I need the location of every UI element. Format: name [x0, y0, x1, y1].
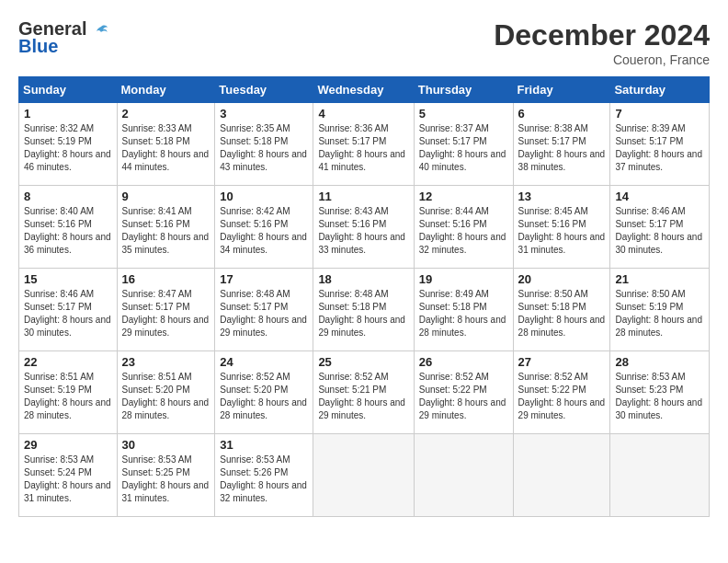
day-number: 17 — [220, 272, 308, 286]
calendar-cell: 21 Sunrise: 8:50 AM Sunset: 5:19 PM Dayl… — [610, 269, 710, 351]
calendar-cell: 15 Sunrise: 8:46 AM Sunset: 5:17 PM Dayl… — [19, 269, 118, 351]
calendar-cell — [414, 434, 513, 517]
day-info: Sunrise: 8:35 AM Sunset: 5:18 PM Dayligh… — [220, 122, 308, 174]
day-number: 29 — [24, 438, 112, 452]
day-info: Sunrise: 8:47 AM Sunset: 5:17 PM Dayligh… — [122, 288, 210, 339]
calendar-cell: 8 Sunrise: 8:40 AM Sunset: 5:16 PM Dayli… — [19, 186, 118, 269]
week-row-5: 29 Sunrise: 8:53 AM Sunset: 5:24 PM Dayl… — [19, 434, 710, 517]
day-info: Sunrise: 8:38 AM Sunset: 5:17 PM Dayligh… — [518, 122, 606, 174]
day-number: 21 — [615, 272, 704, 286]
week-row-2: 8 Sunrise: 8:40 AM Sunset: 5:16 PM Dayli… — [19, 186, 710, 269]
day-info: Sunrise: 8:53 AM Sunset: 5:23 PM Dayligh… — [615, 371, 704, 422]
day-number: 6 — [518, 107, 606, 121]
day-info: Sunrise: 8:46 AM Sunset: 5:17 PM Dayligh… — [24, 288, 112, 339]
day-info: Sunrise: 8:41 AM Sunset: 5:16 PM Dayligh… — [122, 205, 210, 257]
calendar-cell: 11 Sunrise: 8:43 AM Sunset: 5:16 PM Dayl… — [313, 186, 414, 269]
day-info: Sunrise: 8:50 AM Sunset: 5:19 PM Dayligh… — [615, 288, 704, 339]
page-header: General Blue December 2024 Coueron, Fran… — [18, 18, 710, 67]
day-info: Sunrise: 8:53 AM Sunset: 5:24 PM Dayligh… — [24, 454, 112, 505]
calendar-cell — [610, 434, 710, 517]
week-row-3: 15 Sunrise: 8:46 AM Sunset: 5:17 PM Dayl… — [19, 269, 710, 351]
day-info: Sunrise: 8:50 AM Sunset: 5:18 PM Dayligh… — [518, 288, 606, 339]
day-number: 31 — [220, 438, 308, 452]
day-number: 25 — [318, 355, 408, 369]
day-number: 2 — [122, 107, 210, 121]
day-number: 16 — [122, 272, 210, 286]
day-info: Sunrise: 8:36 AM Sunset: 5:17 PM Dayligh… — [318, 122, 408, 174]
day-info: Sunrise: 8:44 AM Sunset: 5:16 PM Dayligh… — [419, 205, 508, 257]
calendar-cell — [513, 434, 610, 517]
day-number: 12 — [419, 190, 508, 203]
calendar-cell: 20 Sunrise: 8:50 AM Sunset: 5:18 PM Dayl… — [513, 269, 610, 351]
day-header-tuesday: Tuesday — [215, 77, 313, 103]
day-info: Sunrise: 8:33 AM Sunset: 5:18 PM Dayligh… — [122, 122, 210, 174]
day-number: 1 — [24, 107, 112, 121]
day-info: Sunrise: 8:42 AM Sunset: 5:16 PM Dayligh… — [220, 205, 308, 257]
day-info: Sunrise: 8:53 AM Sunset: 5:25 PM Dayligh… — [122, 454, 210, 505]
day-number: 22 — [24, 355, 112, 369]
day-info: Sunrise: 8:46 AM Sunset: 5:17 PM Dayligh… — [615, 205, 704, 257]
calendar-cell: 30 Sunrise: 8:53 AM Sunset: 5:25 PM Dayl… — [117, 434, 215, 517]
day-info: Sunrise: 8:52 AM Sunset: 5:21 PM Dayligh… — [318, 371, 408, 422]
calendar-cell: 25 Sunrise: 8:52 AM Sunset: 5:21 PM Dayl… — [313, 351, 414, 434]
day-number: 9 — [122, 190, 210, 203]
day-number: 10 — [220, 190, 308, 203]
day-number: 11 — [318, 190, 408, 203]
day-number: 14 — [615, 190, 704, 203]
calendar-cell: 16 Sunrise: 8:47 AM Sunset: 5:17 PM Dayl… — [117, 269, 215, 351]
day-number: 13 — [518, 190, 606, 203]
calendar-table: SundayMondayTuesdayWednesdayThursdayFrid… — [18, 76, 710, 517]
day-number: 7 — [615, 107, 704, 121]
day-header-friday: Friday — [513, 77, 610, 103]
calendar-cell: 5 Sunrise: 8:37 AM Sunset: 5:17 PM Dayli… — [414, 103, 513, 186]
calendar-cell: 22 Sunrise: 8:51 AM Sunset: 5:19 PM Dayl… — [19, 351, 118, 434]
day-number: 24 — [220, 355, 308, 369]
day-info: Sunrise: 8:52 AM Sunset: 5:22 PM Dayligh… — [419, 371, 508, 422]
calendar-cell: 2 Sunrise: 8:33 AM Sunset: 5:18 PM Dayli… — [117, 103, 215, 186]
day-info: Sunrise: 8:43 AM Sunset: 5:16 PM Dayligh… — [318, 205, 408, 257]
day-header-thursday: Thursday — [414, 77, 513, 103]
calendar-cell — [313, 434, 414, 517]
day-number: 15 — [24, 272, 112, 286]
calendar-cell: 29 Sunrise: 8:53 AM Sunset: 5:24 PM Dayl… — [19, 434, 118, 517]
calendar-body: 1 Sunrise: 8:32 AM Sunset: 5:19 PM Dayli… — [19, 103, 710, 517]
day-info: Sunrise: 8:51 AM Sunset: 5:19 PM Dayligh… — [24, 371, 112, 422]
calendar-cell: 12 Sunrise: 8:44 AM Sunset: 5:16 PM Dayl… — [414, 186, 513, 269]
day-info: Sunrise: 8:37 AM Sunset: 5:17 PM Dayligh… — [419, 122, 508, 174]
calendar-cell: 10 Sunrise: 8:42 AM Sunset: 5:16 PM Dayl… — [215, 186, 313, 269]
day-number: 20 — [518, 272, 606, 286]
day-info: Sunrise: 8:51 AM Sunset: 5:20 PM Dayligh… — [122, 371, 210, 422]
day-info: Sunrise: 8:40 AM Sunset: 5:16 PM Dayligh… — [24, 205, 112, 257]
calendar-cell: 1 Sunrise: 8:32 AM Sunset: 5:19 PM Dayli… — [19, 103, 118, 186]
day-info: Sunrise: 8:49 AM Sunset: 5:18 PM Dayligh… — [419, 288, 508, 339]
day-number: 19 — [419, 272, 508, 286]
day-number: 3 — [220, 107, 308, 121]
calendar-cell: 6 Sunrise: 8:38 AM Sunset: 5:17 PM Dayli… — [513, 103, 610, 186]
day-number: 27 — [518, 355, 606, 369]
title-section: December 2024 Coueron, France — [494, 18, 710, 67]
calendar-cell: 31 Sunrise: 8:53 AM Sunset: 5:26 PM Dayl… — [215, 434, 313, 517]
calendar-cell: 3 Sunrise: 8:35 AM Sunset: 5:18 PM Dayli… — [215, 103, 313, 186]
calendar-cell: 7 Sunrise: 8:39 AM Sunset: 5:17 PM Dayli… — [610, 103, 710, 186]
day-header-saturday: Saturday — [610, 77, 710, 103]
logo-bird-icon — [93, 23, 109, 40]
calendar-header-row: SundayMondayTuesdayWednesdayThursdayFrid… — [19, 77, 710, 103]
calendar-cell: 14 Sunrise: 8:46 AM Sunset: 5:17 PM Dayl… — [610, 186, 710, 269]
calendar-cell: 18 Sunrise: 8:48 AM Sunset: 5:18 PM Dayl… — [313, 269, 414, 351]
calendar-cell: 27 Sunrise: 8:52 AM Sunset: 5:22 PM Dayl… — [513, 351, 610, 434]
day-info: Sunrise: 8:45 AM Sunset: 5:16 PM Dayligh… — [518, 205, 606, 257]
day-info: Sunrise: 8:52 AM Sunset: 5:20 PM Dayligh… — [220, 371, 308, 422]
day-number: 23 — [122, 355, 210, 369]
day-info: Sunrise: 8:48 AM Sunset: 5:17 PM Dayligh… — [220, 288, 308, 339]
day-header-monday: Monday — [117, 77, 215, 103]
day-info: Sunrise: 8:52 AM Sunset: 5:22 PM Dayligh… — [518, 371, 606, 422]
day-info: Sunrise: 8:32 AM Sunset: 5:19 PM Dayligh… — [24, 122, 112, 174]
day-number: 28 — [615, 355, 704, 369]
day-number: 5 — [419, 107, 508, 121]
day-info: Sunrise: 8:53 AM Sunset: 5:26 PM Dayligh… — [220, 454, 308, 505]
day-number: 18 — [318, 272, 408, 286]
calendar-cell: 4 Sunrise: 8:36 AM Sunset: 5:17 PM Dayli… — [313, 103, 414, 186]
day-info: Sunrise: 8:39 AM Sunset: 5:17 PM Dayligh… — [615, 122, 704, 174]
calendar-cell: 17 Sunrise: 8:48 AM Sunset: 5:17 PM Dayl… — [215, 269, 313, 351]
calendar-cell: 24 Sunrise: 8:52 AM Sunset: 5:20 PM Dayl… — [215, 351, 313, 434]
